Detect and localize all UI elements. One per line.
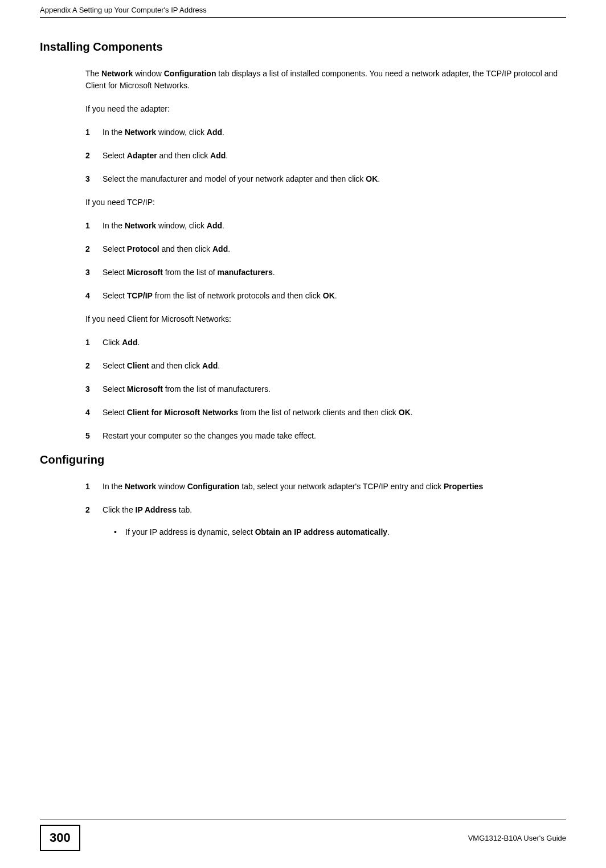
if-tcpip-text: If you need TCP/IP:: [85, 196, 566, 208]
step-content: Select Microsoft from the list of manufa…: [103, 267, 566, 279]
step-number: 2: [85, 360, 103, 372]
step-content: In the Network window, click Add.: [103, 220, 566, 232]
step-number: 4: [85, 407, 103, 419]
configuring-step-2: 2 Click the IP Address tab.: [85, 504, 566, 516]
adapter-step-2: 2 Select Adapter and then click Add.: [85, 150, 566, 162]
step-content: Select TCP/IP from the list of network p…: [103, 290, 566, 302]
footer-divider: [40, 820, 566, 820]
page-content: Installing Components The Network window…: [0, 1, 606, 537]
step-number: 1: [85, 337, 103, 349]
client-step-4: 4 Select Client for Microsoft Networks f…: [85, 407, 566, 419]
step-number: 2: [85, 504, 103, 516]
step-number: 5: [85, 430, 103, 442]
installing-intro: The Network window Configuration tab dis…: [85, 68, 566, 92]
step-content: Click the IP Address tab.: [103, 504, 566, 516]
header-divider: [40, 17, 566, 18]
client-step-1: 1 Click Add.: [85, 337, 566, 349]
step-content: Select Client and then click Add.: [103, 360, 566, 372]
step-content: Select Client for Microsoft Networks fro…: [103, 407, 566, 419]
step-number: 4: [85, 290, 103, 302]
configuring-sub-item: • If your IP address is dynamic, select …: [114, 527, 566, 537]
step-content: Select Adapter and then click Add.: [103, 150, 566, 162]
if-client-text: If you need Client for Microsoft Network…: [85, 313, 566, 325]
adapter-step-1: 1 In the Network window, click Add.: [85, 126, 566, 138]
step-number: 3: [85, 267, 103, 279]
step-content: In the Network window Configuration tab,…: [103, 481, 566, 493]
client-step-2: 2 Select Client and then click Add.: [85, 360, 566, 372]
step-number: 2: [85, 150, 103, 162]
bullet-icon: •: [114, 527, 125, 537]
step-content: Click Add.: [103, 337, 566, 349]
step-number: 1: [85, 481, 103, 493]
page-footer: 300 VMG1312-B10A User's Guide: [0, 820, 606, 851]
tcpip-step-3: 3 Select Microsoft from the list of manu…: [85, 267, 566, 279]
step-content: Select Protocol and then click Add.: [103, 243, 566, 255]
tcpip-step-2: 2 Select Protocol and then click Add.: [85, 243, 566, 255]
if-adapter-text: If you need the adapter:: [85, 103, 566, 115]
step-number: 1: [85, 126, 103, 138]
installing-heading: Installing Components: [40, 40, 566, 54]
guide-title: VMG1312-B10A User's Guide: [468, 834, 566, 842]
tcpip-step-4: 4 Select TCP/IP from the list of network…: [85, 290, 566, 302]
step-number: 3: [85, 383, 103, 395]
step-content: Select the manufacturer and model of you…: [103, 173, 566, 185]
configuring-heading: Configuring: [40, 453, 566, 466]
step-number: 1: [85, 220, 103, 232]
step-content: Restart your computer so the changes you…: [103, 430, 566, 442]
step-content: Select Microsoft from the list of manufa…: [103, 383, 566, 395]
step-number: 2: [85, 243, 103, 255]
tcpip-step-1: 1 In the Network window, click Add.: [85, 220, 566, 232]
sub-content: If your IP address is dynamic, select Ob…: [125, 527, 390, 537]
header-appendix-title: Appendix A Setting up Your Computer's IP…: [40, 6, 207, 14]
client-step-3: 3 Select Microsoft from the list of manu…: [85, 383, 566, 395]
adapter-step-3: 3 Select the manufacturer and model of y…: [85, 173, 566, 185]
configuring-step-1: 1 In the Network window Configuration ta…: [85, 481, 566, 493]
step-number: 3: [85, 173, 103, 185]
page-number: 300: [40, 825, 80, 851]
client-step-5: 5 Restart your computer so the changes y…: [85, 430, 566, 442]
step-content: In the Network window, click Add.: [103, 126, 566, 138]
